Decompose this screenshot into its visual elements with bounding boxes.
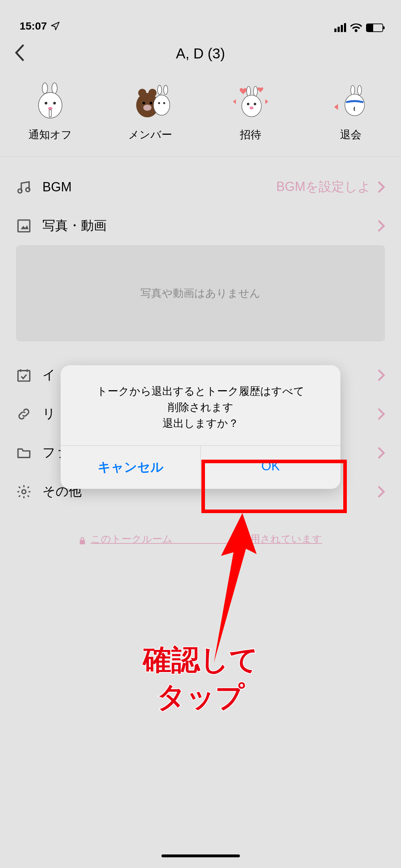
bunny-hearts-icon [227,82,274,121]
ok-button[interactable]: OK [200,446,340,489]
shortcut-label: 招待 [240,128,261,142]
image-icon [16,218,32,234]
svg-point-16 [158,102,160,104]
svg-point-20 [242,95,261,117]
lock-icon [79,537,86,545]
chevron-right-icon [378,181,385,193]
annotation-text: 確認して タップ [0,641,401,715]
chevron-right-icon [378,447,385,459]
shortcut-mute[interactable]: 通知オフ [11,82,89,142]
svg-point-28 [26,187,30,191]
music-note-icon [16,179,32,195]
row-label: イ [42,366,56,384]
status-bar: 15:07 [0,0,401,36]
calendar-check-icon [16,367,32,383]
svg-point-18 [247,86,251,96]
svg-point-19 [253,86,257,96]
shortcut-invite[interactable]: 招待 [211,82,290,142]
svg-point-10 [143,102,145,104]
row-label: リ [42,405,56,423]
cancel-button[interactable]: キャンセル [61,446,200,489]
bunny-shush-icon [27,82,73,121]
svg-point-13 [158,85,161,94]
svg-point-26 [345,94,365,116]
chevron-right-icon [378,408,385,420]
link-icon [16,406,32,422]
chevron-right-icon [378,486,385,498]
svg-rect-30 [18,371,30,381]
svg-point-22 [254,103,256,105]
svg-rect-29 [18,220,30,232]
cell-signal-icon [334,23,346,32]
svg-point-31 [22,490,26,494]
dialog-line3: 退出しますか？ [75,415,326,431]
chevron-left-icon [14,44,24,61]
wifi-icon [350,24,362,32]
media-empty-text: 写真や動画はありません [140,286,261,301]
bgm-value: BGMを設定しよ [276,178,371,196]
svg-point-3 [45,102,47,105]
shortcut-row: 通知オフ メンバー 招待 退会 [0,71,401,157]
svg-point-25 [358,86,362,95]
chevron-right-icon [378,220,385,232]
leave-confirm-dialog: トークから退出するとトーク履歴はすべて 削除されます 退出しますか？ キャンセル… [61,365,340,489]
chevron-right-icon [378,369,385,381]
svg-point-0 [42,83,47,94]
svg-point-14 [164,85,168,94]
location-arrow-icon [51,21,60,31]
bear-bunny-icon [127,82,174,121]
status-time: 15:07 [20,20,47,32]
back-button[interactable] [14,44,24,63]
footer-link-text-right: 用されています [250,533,322,544]
shortcut-leave[interactable]: 退会 [312,82,390,142]
svg-point-23 [250,107,253,109]
dialog-line2: 削除されます [75,399,326,415]
svg-point-21 [247,103,250,105]
svg-point-27 [18,189,22,193]
svg-point-24 [351,86,355,95]
svg-point-17 [163,102,165,104]
svg-point-12 [143,105,151,111]
svg-rect-32 [80,540,85,544]
footer-link-text-left: このトークルーム [91,533,173,544]
svg-point-4 [53,102,56,105]
dialog-message: トークから退出するとトーク履歴はすべて 削除されます 退出しますか？ [61,365,340,445]
row-media[interactable]: 写真・動画 [0,206,401,238]
footer-encryption-link[interactable]: このトークルーム 用されています [0,532,401,546]
row-label: 写真・動画 [42,217,107,234]
row-bgm[interactable]: BGM BGMを設定しよ [0,167,401,206]
row-label: BGM [42,180,72,195]
shortcut-members[interactable]: メンバー [111,82,190,142]
battery-icon [366,24,383,32]
svg-rect-6 [49,110,51,117]
dialog-line1: トークから退出するとトーク履歴はすべて [75,383,326,399]
shortcut-label: メンバー [128,128,172,142]
shortcut-label: 退会 [340,128,361,142]
folder-icon [16,445,32,461]
svg-point-11 [150,102,152,104]
annotation-line2: タップ [0,678,401,715]
svg-point-15 [153,95,170,115]
page-title: A, D (3) [176,46,225,62]
svg-point-1 [52,83,57,94]
gear-icon [16,484,32,500]
annotation-line1: 確認して [0,641,401,678]
bunny-leave-icon [328,82,374,121]
media-empty-box: 写真や動画はありません [16,245,385,341]
home-indicator [161,854,240,857]
page-header: A, D (3) [0,36,401,71]
shortcut-label: 通知オフ [29,128,72,142]
